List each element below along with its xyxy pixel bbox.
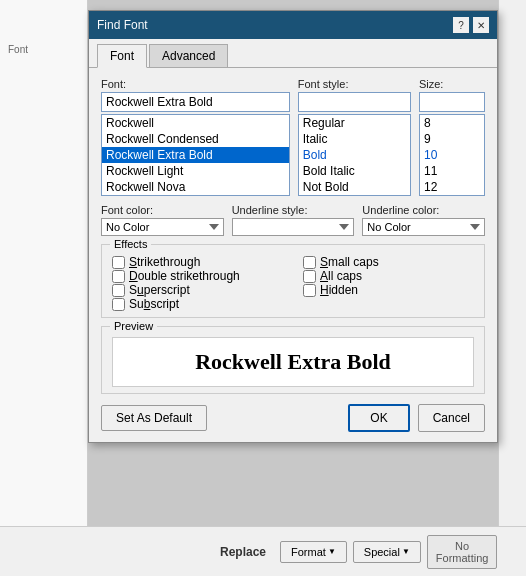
subscript-item: Subscript [112,297,283,311]
size-listbox[interactable]: 8 9 10 11 12 [419,114,485,196]
list-item[interactable]: Rockwell [102,115,289,131]
size-label: Size: [419,78,485,90]
list-item[interactable]: Rockwell Nova [102,179,289,195]
preview-text: Rockwell Extra Bold [195,349,391,375]
small-caps-checkbox[interactable] [303,256,316,269]
subscript-checkbox[interactable] [112,298,125,311]
superscript-checkbox[interactable] [112,284,125,297]
strikethrough-checkbox[interactable] [112,256,125,269]
underline-color-label: Underline color: [362,204,485,216]
list-item[interactable]: Bold Italic [299,163,410,179]
font-color-col: Font color: No Color [101,204,224,236]
close-button[interactable]: ✕ [473,17,489,33]
dialog-buttons: Set As Default OK Cancel [101,404,485,432]
special-button[interactable]: Special ▼ [353,541,421,563]
list-item[interactable]: Rockwell Light [102,163,289,179]
font-listbox[interactable]: Rockwell Rockwell Condensed Rockwell Ext… [101,114,290,196]
cancel-button[interactable]: Cancel [418,404,485,432]
list-item[interactable]: Regular [299,115,410,131]
small-caps-item: Small caps [303,255,474,269]
list-item[interactable]: 11 [420,163,484,179]
help-button[interactable]: ? [453,17,469,33]
hidden-label: Hidden [320,283,358,297]
bottom-bar: Replace Format ▼ Special ▼ No Formatting [0,526,526,576]
double-strikethrough-label: Double strikethrough [129,269,240,283]
format-dropdown-arrow: ▼ [328,547,336,556]
list-item[interactable]: 10 [420,147,484,163]
effects-right: Small caps All caps Hidden [303,255,474,311]
strikethrough-item: Strikethrough [112,255,283,269]
font-label: Font: [101,78,290,90]
ribbon-font-label: Font [4,42,32,57]
dialog-body: Font: Rockwell Rockwell Condensed Rockwe… [89,68,497,442]
underline-style-label: Underline style: [232,204,355,216]
style-column: Font style: Regular Italic Bold Bold Ita… [298,78,411,196]
strikethrough-label: Strikethrough [129,255,200,269]
replace-label: Replace [220,545,266,559]
style-listbox[interactable]: Regular Italic Bold Bold Italic Not Bold [298,114,411,196]
double-strikethrough-item: Double strikethrough [112,269,283,283]
font-color-label: Font color: [101,204,224,216]
tab-font[interactable]: Font [97,44,147,68]
font-style-size-section: Font: Rockwell Rockwell Condensed Rockwe… [101,78,485,196]
find-font-dialog: Find Font ? ✕ Font Advanced Font: Rockwe… [88,10,498,443]
all-caps-label: All caps [320,269,362,283]
titlebar-buttons: ? ✕ [453,17,489,33]
double-strikethrough-checkbox[interactable] [112,270,125,283]
underline-style-select[interactable] [232,218,355,236]
tab-advanced[interactable]: Advanced [149,44,228,68]
effects-section: Effects Strikethrough Double strikethrou… [101,244,485,318]
list-item-selected[interactable]: Rockwell Extra Bold [102,147,289,163]
ok-button[interactable]: OK [348,404,409,432]
all-caps-item: All caps [303,269,474,283]
underline-color-col: Underline color: No Color [362,204,485,236]
list-item[interactable]: 12 [420,179,484,195]
tab-bar: Font Advanced [89,39,497,68]
list-item[interactable]: Italic [299,131,410,147]
no-formatting-button[interactable]: No Formatting [427,535,498,569]
list-item[interactable]: Bold [299,147,410,163]
effects-grid: Strikethrough Double strikethrough Super… [112,255,474,311]
underline-style-col: Underline style: [232,204,355,236]
size-column: Size: 8 9 10 11 12 [419,78,485,196]
set-as-default-button[interactable]: Set As Default [101,405,207,431]
right-panel [498,0,526,576]
format-button[interactable]: Format ▼ [280,541,347,563]
style-label: Font style: [298,78,411,90]
dropdown-row: Font color: No Color Underline style: Un… [101,204,485,236]
all-caps-checkbox[interactable] [303,270,316,283]
ok-cancel-group: OK Cancel [348,404,485,432]
dialog-title: Find Font [97,18,148,32]
font-column: Font: Rockwell Rockwell Condensed Rockwe… [101,78,290,196]
small-caps-label: Small caps [320,255,379,269]
font-color-select[interactable]: No Color [101,218,224,236]
special-dropdown-arrow: ▼ [402,547,410,556]
list-item[interactable]: Not Bold [299,179,410,195]
ribbon-panel: Font [0,0,88,576]
underline-color-select[interactable]: No Color [362,218,485,236]
preview-box: Rockwell Extra Bold [112,337,474,387]
superscript-label: Superscript [129,283,190,297]
preview-label: Preview [110,320,157,332]
list-item[interactable]: 8 [420,115,484,131]
effects-left: Strikethrough Double strikethrough Super… [112,255,283,311]
preview-section: Preview Rockwell Extra Bold [101,326,485,394]
size-input[interactable] [419,92,485,112]
hidden-checkbox[interactable] [303,284,316,297]
font-listbox-wrapper: Rockwell Rockwell Condensed Rockwell Ext… [101,114,290,196]
list-item[interactable]: 9 [420,131,484,147]
subscript-label: Subscript [129,297,179,311]
style-input[interactable] [298,92,411,112]
font-input[interactable] [101,92,290,112]
list-item[interactable]: Rockwell Condensed [102,131,289,147]
superscript-item: Superscript [112,283,283,297]
dialog-titlebar: Find Font ? ✕ [89,11,497,39]
effects-label: Effects [110,238,151,250]
hidden-item: Hidden [303,283,474,297]
